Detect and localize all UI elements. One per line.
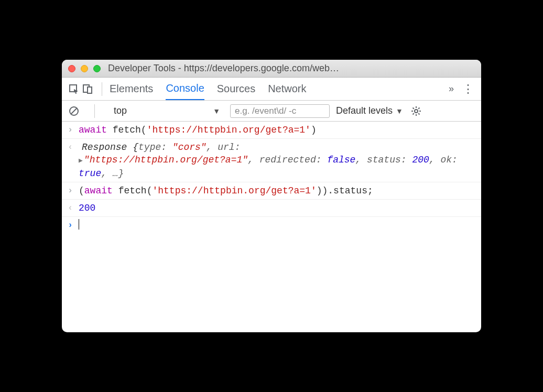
device-toolbar-icon[interactable] bbox=[81, 82, 94, 96]
chevron-down-icon: ▼ bbox=[396, 107, 403, 115]
minimize-icon[interactable] bbox=[81, 65, 88, 72]
svg-line-11 bbox=[418, 113, 419, 114]
levels-label: Default levels bbox=[336, 105, 393, 116]
separator bbox=[102, 82, 102, 96]
chevron-down-icon: ▼ bbox=[213, 107, 220, 115]
inspect-element-icon[interactable] bbox=[67, 82, 81, 96]
panel-tabs: Elements Console Sources Network bbox=[110, 78, 307, 100]
console-prompt-row[interactable]: › bbox=[62, 217, 481, 234]
settings-icon[interactable] bbox=[409, 104, 423, 118]
expand-triangle-icon[interactable]: ▶ bbox=[79, 155, 83, 167]
log-levels-selector[interactable]: Default levels ▼ bbox=[336, 105, 403, 116]
tab-sources[interactable]: Sources bbox=[217, 78, 255, 100]
console-input-text: (await fetch('https://httpbin.org/get?a=… bbox=[75, 184, 477, 197]
tabs-overflow-icon[interactable]: » bbox=[449, 83, 454, 94]
devtools-window: Developer Tools - https://developers.goo… bbox=[62, 60, 481, 332]
console-output-object[interactable]: Response {type: "cors", url: ▶"https://h… bbox=[75, 141, 477, 180]
titlebar: Developer Tools - https://developers.goo… bbox=[62, 60, 481, 78]
context-label: top bbox=[114, 105, 127, 116]
filter-input[interactable]: e.g. /event\d/ -c bbox=[230, 104, 330, 118]
traffic-lights bbox=[68, 65, 101, 72]
svg-line-13 bbox=[418, 107, 419, 108]
input-chevron-icon: › bbox=[65, 124, 75, 136]
maximize-icon[interactable] bbox=[93, 65, 101, 72]
console-input-row: › await fetch('https://httpbin.org/get?a… bbox=[62, 122, 481, 139]
console-output-row: ‹ Response {type: "cors", url: ▶"https:/… bbox=[62, 139, 481, 182]
clear-console-icon[interactable] bbox=[67, 104, 81, 118]
text-cursor bbox=[79, 219, 79, 230]
svg-line-4 bbox=[71, 108, 77, 114]
prompt-chevron-icon: › bbox=[65, 219, 75, 232]
console-filter-bar: top ▼ e.g. /event\d/ -c Default levels ▼ bbox=[62, 101, 481, 122]
output-chevron-icon: ‹ bbox=[65, 141, 75, 154]
svg-point-5 bbox=[415, 110, 418, 113]
output-chevron-icon: ‹ bbox=[65, 202, 75, 214]
context-selector[interactable]: top ▼ bbox=[108, 104, 224, 118]
svg-line-10 bbox=[412, 107, 414, 108]
console-body[interactable]: › await fetch('https://httpbin.org/get?a… bbox=[62, 122, 481, 332]
console-output-row: ‹ 200 bbox=[62, 200, 481, 217]
console-prompt-input[interactable] bbox=[75, 219, 477, 232]
svg-line-12 bbox=[412, 113, 414, 114]
window-title: Developer Tools - https://developers.goo… bbox=[108, 63, 475, 74]
svg-rect-2 bbox=[88, 87, 92, 93]
input-chevron-icon: › bbox=[65, 184, 75, 197]
tab-elements[interactable]: Elements bbox=[110, 78, 153, 100]
console-output-value: 200 bbox=[75, 202, 477, 214]
tab-network[interactable]: Network bbox=[268, 78, 306, 100]
tab-console[interactable]: Console bbox=[166, 78, 204, 100]
filter-placeholder: e.g. /event\d/ -c bbox=[235, 106, 296, 116]
console-input-row: › (await fetch('https://httpbin.org/get?… bbox=[62, 182, 481, 200]
toolbar: Elements Console Sources Network » ⋮ bbox=[62, 78, 481, 101]
console-input-text: await fetch('https://httpbin.org/get?a=1… bbox=[75, 124, 477, 136]
close-icon[interactable] bbox=[68, 65, 75, 72]
separator bbox=[94, 104, 95, 118]
